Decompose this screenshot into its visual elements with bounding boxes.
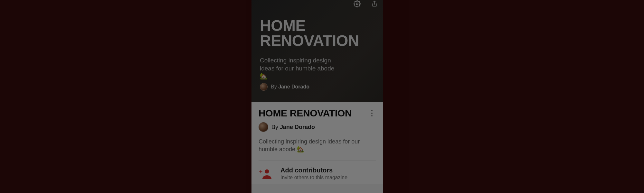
avatar	[260, 83, 268, 91]
add-contributors-text: Add contributors Invite others to this m…	[280, 167, 347, 180]
svg-point-0	[356, 3, 358, 5]
share-icon	[371, 0, 378, 7]
sheet-description: Collecting inspiring design ideas for ou…	[259, 138, 376, 153]
by-prefix: By	[271, 84, 278, 89]
magazine-detail-sheet: HOME RENOVATION By Jane Dorado Collectin…	[251, 102, 383, 184]
sheet-header: HOME RENOVATION	[259, 108, 376, 118]
hero-byline: By Jane Dorado	[260, 83, 309, 91]
share-button[interactable]	[371, 0, 378, 8]
sheet-byline-text: By Jane Dorado	[271, 124, 315, 131]
more-menu-button[interactable]	[368, 108, 376, 118]
add-contributors-row[interactable]: Add contributors Invite others to this m…	[259, 161, 376, 184]
hero-byline-text: By Jane Dorado	[271, 84, 309, 90]
kebab-dot-icon	[371, 115, 373, 116]
hero-title: HOME RENOVATION	[260, 18, 374, 48]
hero-description: Collecting inspiring design ideas for ou…	[260, 57, 344, 80]
kebab-dot-icon	[371, 113, 373, 114]
hero-actions	[353, 0, 378, 8]
add-contributors-title: Add contributors	[280, 167, 347, 174]
sheet-author: Jane Dorado	[280, 124, 315, 130]
add-person-icon	[259, 168, 272, 179]
add-contributors-icon	[259, 167, 273, 181]
magazine-screen: HOME RENOVATION Collecting inspiring des…	[251, 0, 383, 193]
hero-author: Jane Dorado	[278, 84, 309, 89]
settings-button[interactable]	[353, 0, 361, 8]
sheet-title: HOME RENOVATION	[259, 108, 355, 118]
sheet-byline[interactable]: By Jane Dorado	[259, 122, 376, 132]
gear-icon	[354, 0, 361, 7]
hero-cover: HOME RENOVATION Collecting inspiring des…	[251, 0, 383, 102]
add-contributors-subtitle: Invite others to this magazine	[280, 175, 347, 180]
by-prefix: By	[271, 124, 280, 130]
avatar	[259, 122, 268, 132]
kebab-dot-icon	[371, 110, 373, 111]
svg-point-1	[265, 169, 269, 173]
